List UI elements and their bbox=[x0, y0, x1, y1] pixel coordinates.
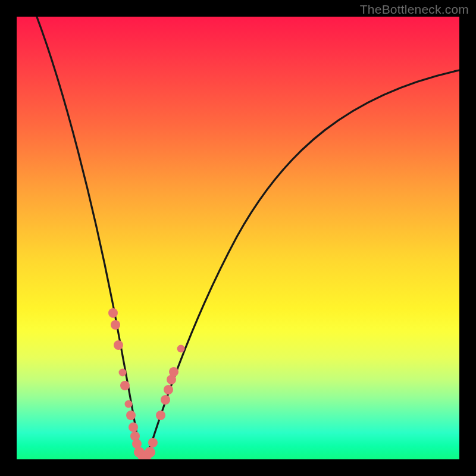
data-point bbox=[119, 369, 127, 377]
data-point bbox=[145, 447, 155, 458]
data-point bbox=[156, 411, 165, 420]
data-point bbox=[169, 367, 178, 377]
data-point bbox=[161, 395, 170, 405]
data-point bbox=[108, 308, 118, 318]
data-point bbox=[148, 438, 158, 447]
data-point bbox=[126, 411, 136, 420]
data-point bbox=[164, 385, 173, 394]
data-point bbox=[114, 340, 123, 350]
data-point bbox=[111, 320, 120, 330]
bottleneck-curve bbox=[17, 17, 459, 459]
data-point bbox=[125, 400, 133, 408]
data-point bbox=[129, 422, 138, 432]
plot-area bbox=[17, 17, 459, 459]
data-point bbox=[177, 345, 185, 353]
data-point bbox=[120, 381, 130, 390]
watermark-text: TheBottleneck.com bbox=[360, 2, 469, 17]
